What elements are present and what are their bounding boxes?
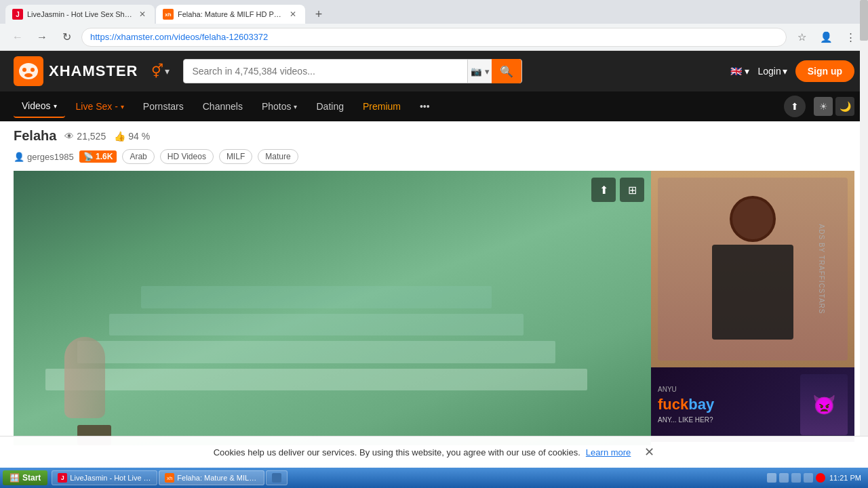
- tag-mature[interactable]: Mature: [258, 149, 298, 164]
- signup-button[interactable]: Sign up: [795, 60, 854, 82]
- nav-premium-label: Premium: [363, 101, 401, 112]
- forward-button[interactable]: →: [33, 28, 52, 47]
- nav-live-sex-label: Live Sex -: [76, 101, 118, 112]
- taskbar-favicon-2: xh: [165, 473, 174, 483]
- thumb-icon: 👍: [114, 131, 125, 142]
- refresh-button[interactable]: ↻: [57, 28, 76, 47]
- sub-count: 1.6K: [96, 152, 113, 161]
- rating: 👍 94 %: [114, 131, 150, 142]
- bookmark-button[interactable]: ☆: [792, 28, 811, 47]
- windows-icon: 🪟: [9, 473, 20, 483]
- profile-button[interactable]: 👤: [816, 28, 835, 47]
- login-button[interactable]: Login ▾: [757, 66, 787, 77]
- language-selector[interactable]: 🇬🇧 ▾: [730, 66, 749, 77]
- system-tray: [767, 473, 825, 483]
- sidebar-ads: ADS BY TRAFFICSTARS ANYU fuckbay ANY... …: [651, 171, 854, 442]
- sub-badge[interactable]: 📡 1.6K: [79, 150, 117, 163]
- dark-theme-button[interactable]: 🌙: [835, 97, 854, 116]
- tray-icon-2: [779, 473, 789, 483]
- content-area: Felaha 👁 21,525 👍 94 % 👤 gerges1985 📡 1.…: [0, 121, 868, 449]
- header-right: 🇬🇧 ▾ Login ▾ Sign up: [730, 60, 854, 82]
- browser-tab-2[interactable]: xh Felaha: Mature & MILF HD Porn Vide...…: [156, 5, 305, 24]
- nav-dating[interactable]: Dating: [308, 96, 351, 117]
- tab-favicon-1: J: [12, 9, 23, 20]
- nav-videos-label: Videos: [22, 100, 51, 111]
- nav-photos-label: Photos: [262, 101, 292, 112]
- tray-icon-3: [791, 473, 801, 483]
- taskbar-item-3[interactable]: [266, 470, 288, 485]
- menu-button[interactable]: ⋮: [841, 28, 860, 47]
- scrollbar-thumb[interactable]: [860, 0, 868, 41]
- taskbar-title-2: Felaha: Mature & MILF HD Porn...: [177, 474, 258, 482]
- page-scrollbar[interactable]: [860, 0, 868, 488]
- taskbar-favicon-3: [272, 473, 281, 483]
- login-label: Login: [757, 66, 781, 77]
- taskbar-item-2[interactable]: xh Felaha: Mature & MILF HD Porn...: [159, 470, 264, 485]
- ad-block-bottom[interactable]: ANYU fuckbay ANY... LIKE HER? 👿: [651, 367, 854, 442]
- cookie-close-button[interactable]: ✕: [644, 445, 654, 460]
- share-button[interactable]: ⬆: [591, 178, 616, 202]
- svg-point-1: [22, 68, 26, 72]
- view-count: 👁 21,525: [64, 131, 106, 142]
- nav-right-icons: ⬆ ☀ 🌙: [784, 96, 854, 117]
- uploader-link[interactable]: 👤 gerges1985: [14, 152, 74, 162]
- svg-point-2: [31, 68, 35, 72]
- video-player[interactable]: ⬆ ⊞: [14, 171, 651, 445]
- video-title: Felaha: [14, 128, 56, 144]
- new-tab-button[interactable]: +: [309, 5, 328, 24]
- nav-channels-label: Channels: [203, 101, 243, 112]
- nav-more[interactable]: •••: [412, 96, 438, 117]
- nav-videos-arrow: ▾: [54, 102, 57, 110]
- video-title-row: Felaha 👁 21,525 👍 94 %: [14, 128, 854, 144]
- browser-tab-1[interactable]: J LiveJasmin - Hot Live Sex Show... ✕: [5, 5, 155, 24]
- ad-block-top[interactable]: ADS BY TRAFFICSTARS: [651, 171, 854, 367]
- nav-channels[interactable]: Channels: [195, 96, 251, 117]
- tag-arab[interactable]: Arab: [122, 149, 154, 164]
- taskbar-right: 11:21 PM: [763, 473, 865, 483]
- gender-selector[interactable]: ⚥ ▾: [151, 63, 170, 79]
- taskbar-item-1[interactable]: J LiveJasmin - Hot Live Sex Show...: [52, 470, 157, 485]
- taskbar: 🪟 Start J LiveJasmin - Hot Live Sex Show…: [0, 468, 868, 488]
- start-button[interactable]: 🪟 Start: [3, 470, 47, 485]
- learn-more-link[interactable]: Learn more: [586, 447, 631, 458]
- browser-controls: ← → ↻ https://xhamster.com/videos/felaha…: [0, 24, 868, 51]
- nav-premium[interactable]: Premium: [355, 96, 409, 117]
- tray-icon-5: [816, 473, 825, 483]
- nav-pornstars-label: Pornstars: [143, 101, 184, 112]
- video-container: ⬆ ⊞: [14, 171, 651, 442]
- camera-button[interactable]: 📷 ▾: [467, 60, 492, 83]
- nav-photos[interactable]: Photos ▾: [254, 96, 306, 117]
- grid-button[interactable]: ⊞: [620, 178, 644, 202]
- nav-pornstars[interactable]: Pornstars: [135, 96, 192, 117]
- meta-row: 👤 gerges1985 📡 1.6K Arab HD Videos MILF …: [14, 149, 854, 164]
- logo-text: XHAMSTER: [49, 62, 138, 80]
- light-theme-button[interactable]: ☀: [814, 97, 833, 116]
- ads-by-label: ADS BY TRAFFICSTARS: [818, 224, 825, 314]
- search-bar: 📷 ▾ 🔍: [183, 59, 522, 83]
- tag-hd-videos[interactable]: HD Videos: [160, 149, 214, 164]
- address-bar[interactable]: https://xhamster.com/videos/felaha-12603…: [81, 28, 787, 47]
- nav-videos[interactable]: Videos ▾: [14, 95, 65, 118]
- main-page: XHAMSTER ⚥ ▾ 📷 ▾ 🔍 🇬🇧 ▾ Login ▾ Sign up …: [0, 51, 868, 449]
- logo-icon: [14, 56, 43, 86]
- video-overlay-controls: ⬆ ⊞: [591, 178, 644, 202]
- cookie-bar: Cookies help us deliver our services. By…: [0, 436, 868, 468]
- logo-area: XHAMSTER: [14, 56, 138, 86]
- nav-more-label: •••: [420, 101, 430, 112]
- nav-dating-label: Dating: [316, 101, 343, 112]
- tab-close-2[interactable]: ✕: [288, 9, 298, 20]
- upload-button[interactable]: ⬆: [784, 96, 806, 117]
- tray-icon-1: [767, 473, 776, 483]
- search-button[interactable]: 🔍: [492, 59, 521, 83]
- search-input[interactable]: [184, 66, 467, 77]
- browser-frame: J LiveJasmin - Hot Live Sex Show... ✕ xh…: [0, 0, 868, 51]
- browser-titlebar: J LiveJasmin - Hot Live Sex Show... ✕ xh…: [0, 0, 868, 24]
- start-label: Start: [22, 473, 41, 483]
- nav-live-sex[interactable]: Live Sex - ▾: [68, 96, 132, 117]
- tab-close-1[interactable]: ✕: [137, 9, 148, 20]
- tab-title-1: LiveJasmin - Hot Live Sex Show...: [27, 10, 133, 18]
- lang-arrow: ▾: [745, 66, 749, 77]
- tag-milf[interactable]: MILF: [219, 149, 252, 164]
- back-button[interactable]: ←: [8, 28, 27, 47]
- tab-favicon-2: xh: [163, 9, 174, 20]
